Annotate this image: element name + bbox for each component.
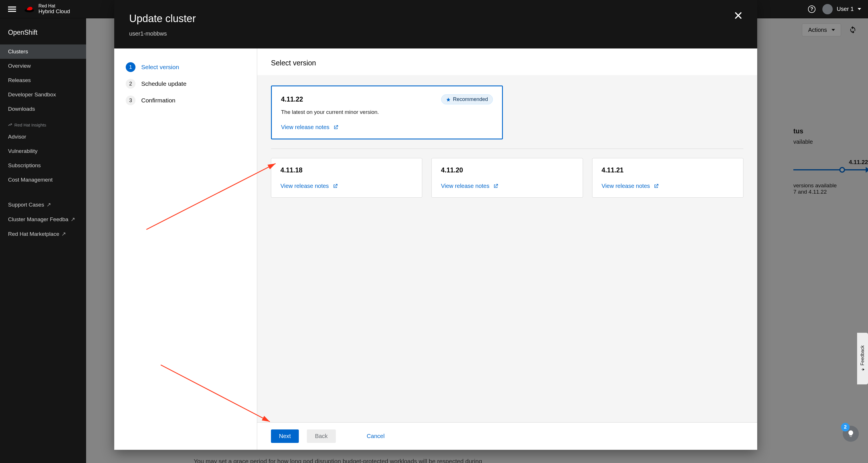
external-link-icon: ↗ <box>61 231 66 237</box>
arrow-trend-icon <box>8 123 12 127</box>
megaphone-icon <box>860 367 865 372</box>
version-card[interactable]: 4.11.21 View release notes <box>592 158 743 198</box>
version-card[interactable]: 4.11.20 View release notes <box>431 158 583 198</box>
user-menu[interactable]: User 1 <box>823 4 861 14</box>
external-link-icon: ↗ <box>46 202 51 208</box>
feedback-tab[interactable]: Feedback <box>857 333 868 385</box>
release-notes-link[interactable]: View release notes <box>280 183 413 189</box>
release-notes-link[interactable]: View release notes <box>601 183 734 189</box>
wizard-panel-title: Select version <box>257 48 757 75</box>
version-number: 4.11.22 <box>281 96 303 103</box>
sidebar-item-overview[interactable]: Overview <box>0 59 86 73</box>
external-link-icon <box>653 183 659 189</box>
divider <box>271 148 743 149</box>
version-number: 4.11.18 <box>280 166 413 174</box>
wizard-footer: Next Back Cancel <box>257 422 757 450</box>
sidebar-item-downloads[interactable]: Downloads <box>0 102 86 116</box>
modal-title: Update cluster <box>129 12 742 25</box>
version-card[interactable]: 4.11.18 View release notes <box>271 158 422 198</box>
sidebar-item-releases[interactable]: Releases <box>0 73 86 88</box>
avatar <box>823 4 833 14</box>
sidebar-item-vulnerability[interactable]: Vulnerability <box>0 144 86 158</box>
release-notes-link[interactable]: View release notes <box>281 124 493 131</box>
product-name: OpenShift <box>0 26 86 44</box>
wizard-step-select-version[interactable]: 1 Select version <box>126 59 245 75</box>
star-icon <box>446 97 451 102</box>
lightbulb-icon <box>847 430 855 438</box>
chevron-down-icon <box>858 8 861 10</box>
cancel-button[interactable]: Cancel <box>362 429 389 443</box>
sidebar-section-insights: Red Hat Insights <box>0 116 86 130</box>
sidebar-item-clusters[interactable]: Clusters <box>0 44 86 59</box>
close-icon <box>734 11 742 20</box>
svg-rect-1 <box>8 9 16 10</box>
app-root: Red Hat Hybrid Cloud ? User 1 OpenShift … <box>0 0 868 463</box>
sidebar-item-cluster-manager-feedback[interactable]: Cluster Manager Feedba↗ <box>0 212 86 227</box>
sidebar-item-advisor[interactable]: Advisor <box>0 130 86 144</box>
user-name: User 1 <box>837 6 854 12</box>
notification-badge: 2 <box>841 423 849 431</box>
external-link-icon <box>493 183 499 189</box>
version-number: 4.11.21 <box>601 166 734 174</box>
wizard-step-confirmation[interactable]: 3 Confirmation <box>126 92 245 109</box>
svg-rect-0 <box>8 6 16 7</box>
back-button[interactable]: Back <box>307 429 336 443</box>
recommended-badge: Recommended <box>441 94 493 104</box>
sidebar-item-support-cases[interactable]: Support Cases↗ <box>0 197 86 212</box>
redhat-fedora-icon <box>24 5 34 12</box>
brand-line2: Hybrid Cloud <box>38 9 70 14</box>
sidebar: OpenShift Clusters Overview Releases Dev… <box>0 19 86 463</box>
wizard-nav: 1 Select version 2 Schedule update 3 Con… <box>114 48 257 450</box>
version-desc: The latest on your current minor version… <box>281 109 493 115</box>
svg-rect-2 <box>8 11 16 12</box>
update-cluster-modal: Update cluster user1-mobbws 1 Select ver… <box>114 0 757 450</box>
recommendations-button[interactable]: 2 <box>843 426 859 442</box>
wizard-step-schedule-update[interactable]: 2 Schedule update <box>126 75 245 92</box>
version-card-selected[interactable]: 4.11.22 Recommended The latest on your c… <box>271 86 503 139</box>
sidebar-item-redhat-marketplace[interactable]: Red Hat Marketplace↗ <box>0 227 86 241</box>
brand-logo: Red Hat Hybrid Cloud <box>24 3 70 14</box>
release-notes-link[interactable]: View release notes <box>441 183 573 189</box>
brand-line1: Red Hat <box>38 3 70 9</box>
external-link-icon <box>332 183 338 189</box>
sidebar-item-subscriptions[interactable]: Subscriptions <box>0 158 86 173</box>
external-link-icon <box>333 125 339 130</box>
next-button[interactable]: Next <box>271 429 299 443</box>
help-icon[interactable]: ? <box>808 5 815 13</box>
sidebar-item-developer-sandbox[interactable]: Developer Sandbox <box>0 88 86 102</box>
modal-close-button[interactable] <box>734 11 746 23</box>
version-number: 4.11.20 <box>441 166 573 174</box>
modal-header: Update cluster user1-mobbws <box>114 0 757 48</box>
sidebar-item-cost-management[interactable]: Cost Management <box>0 173 86 187</box>
hamburger-menu-button[interactable] <box>7 4 17 14</box>
external-link-icon: ↗ <box>71 216 75 222</box>
modal-subtitle: user1-mobbws <box>129 30 742 37</box>
